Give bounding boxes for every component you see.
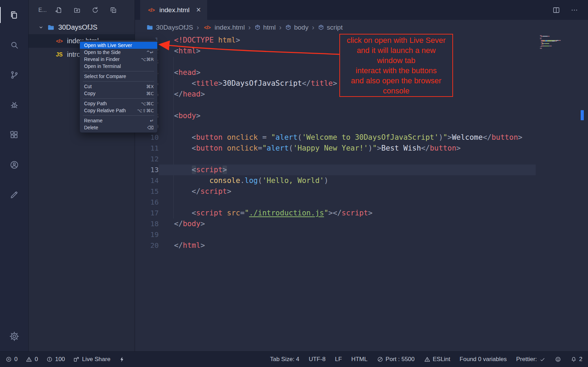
- circle-slash-icon: [377, 356, 383, 362]
- share-icon: [73, 356, 80, 362]
- breadcrumb-label: script: [327, 24, 342, 31]
- line-number[interactable]: 19: [135, 229, 159, 240]
- line-number[interactable]: 12: [135, 154, 159, 165]
- menu-item-open-to-the-side[interactable]: Open to the Side^↵: [80, 49, 157, 56]
- status-bolt[interactable]: [119, 356, 125, 362]
- code-token: 'Happy New Year!': [293, 144, 368, 152]
- status-eslint[interactable]: ESLint: [424, 356, 450, 363]
- status-encoding[interactable]: UTF-8: [309, 356, 325, 363]
- menu-item-shortcut: ⌘X: [146, 84, 154, 89]
- menu-item-copy-path[interactable]: Copy Path⌥⌘C: [80, 100, 157, 107]
- status-errors[interactable]: 0: [6, 356, 17, 363]
- code-token: [223, 133, 227, 142]
- minimap[interactable]: [540, 35, 579, 49]
- code-token: ": [262, 144, 267, 152]
- status-live-share[interactable]: Live Share: [73, 356, 110, 363]
- status-warnings[interactable]: 0: [26, 356, 38, 363]
- code-line[interactable]: 8<body>: [135, 110, 588, 121]
- menu-item-delete[interactable]: Delete⌫: [80, 124, 157, 131]
- code-text: </html>: [159, 240, 205, 251]
- editor-actions: [552, 0, 588, 20]
- status-prettier[interactable]: Prettier:: [516, 356, 545, 363]
- minimap-token: [545, 43, 549, 44]
- code-line[interactable]: 18</body>: [135, 219, 588, 229]
- code-line[interactable]: 17 <script src="./introduction.js"></scr…: [135, 208, 588, 219]
- code-line[interactable]: 12: [135, 154, 588, 165]
- breadcrumb-item-html[interactable]: html: [254, 24, 276, 31]
- line-number[interactable]: 10: [135, 132, 159, 143]
- status-variables[interactable]: Found 0 variables: [460, 356, 507, 363]
- new-folder-icon[interactable]: [73, 6, 81, 14]
- breadcrumb-item-script[interactable]: script: [318, 24, 342, 31]
- collapse-all-icon[interactable]: [110, 6, 117, 14]
- line-number[interactable]: 17: [135, 208, 159, 219]
- status-label: Found 0 variables: [460, 356, 507, 363]
- menu-item-open-with-live-server[interactable]: Open with Live Server: [80, 42, 157, 49]
- menu-item-reveal-in-finder[interactable]: Reveal in Finder⌥⌘R: [80, 56, 157, 63]
- explorer-title: E...: [38, 7, 47, 13]
- tab-bar: </> index.html ×: [135, 0, 588, 20]
- code-token: <: [174, 79, 196, 87]
- activity-settings-gear[interactable]: [0, 321, 29, 351]
- tab-index-html[interactable]: </> index.html ×: [140, 0, 207, 20]
- menu-item-shortcut: ⌥⌘C: [141, 101, 154, 106]
- refresh-icon[interactable]: [91, 6, 99, 14]
- code-line[interactable]: 9: [135, 121, 588, 132]
- code-token: >: [196, 68, 201, 77]
- menu-item-copy-relative-path[interactable]: Copy Relative Path⌥⇧⌘C: [80, 107, 157, 114]
- close-icon[interactable]: ×: [196, 6, 201, 14]
- code-text: <!DOCTYPE html>: [159, 35, 240, 46]
- code-text: <body>: [159, 110, 201, 121]
- source-control-icon: [9, 70, 19, 80]
- line-number[interactable]: 14: [135, 175, 159, 186]
- line-number[interactable]: 20: [135, 240, 159, 251]
- menu-item-copy[interactable]: Copy⌘C: [80, 90, 157, 97]
- breadcrumb-item-30daysofjs[interactable]: 30DaysOfJS: [146, 24, 193, 31]
- status-notifications[interactable]: 2: [571, 356, 582, 363]
- tree-root-30daysofjs[interactable]: 30DaysOfJS: [29, 21, 135, 34]
- line-number[interactable]: 13: [135, 165, 159, 175]
- menu-item-select-for-compare[interactable]: Select for Compare: [80, 73, 157, 80]
- menu-item-cut[interactable]: Cut⌘X: [80, 83, 157, 90]
- activity-extensions[interactable]: [0, 120, 29, 150]
- code-line[interactable]: 15 </script>: [135, 186, 588, 197]
- activity-search[interactable]: [0, 30, 29, 60]
- code-token: ./introduction.js: [249, 209, 324, 217]
- menu-item-rename[interactable]: Rename↵: [80, 117, 157, 124]
- code-token: ): [324, 176, 329, 185]
- explorer-header: E...: [29, 0, 135, 20]
- menu-item-shortcut: ⌘C: [146, 91, 154, 96]
- activity-pen[interactable]: [0, 180, 29, 210]
- breadcrumb-item-body[interactable]: body: [285, 24, 308, 31]
- status-info[interactable]: 100: [46, 356, 65, 363]
- status-feedback[interactable]: [555, 356, 561, 362]
- status-language[interactable]: HTML: [351, 356, 367, 363]
- code-line[interactable]: 20</html>: [135, 240, 588, 251]
- code-token: </: [174, 90, 183, 98]
- bell-icon: [571, 356, 577, 362]
- breadcrumb-item-index-html[interactable]: </>index.html: [202, 24, 245, 31]
- code-line[interactable]: 14 console.log('Hello, World'): [135, 175, 588, 186]
- split-editor-icon[interactable]: [552, 6, 560, 14]
- code-line[interactable]: 10 <button onclick = "alert('Welcome to …: [135, 132, 588, 143]
- activity-debug[interactable]: [0, 90, 29, 120]
- menu-item-open-in-terminal[interactable]: Open in Terminal: [80, 63, 157, 70]
- scrollbar-marker[interactable]: [581, 110, 584, 120]
- activity-files[interactable]: [0, 0, 29, 30]
- line-number[interactable]: 16: [135, 197, 159, 208]
- line-number[interactable]: 15: [135, 186, 159, 197]
- status-eol[interactable]: LF: [335, 356, 342, 363]
- code-line[interactable]: 13 <script>: [135, 165, 588, 175]
- code-line[interactable]: 16: [135, 197, 588, 208]
- status-port[interactable]: Port : 5500: [377, 356, 415, 363]
- new-file-icon[interactable]: [55, 6, 63, 14]
- activity-source-control[interactable]: [0, 60, 29, 90]
- line-number[interactable]: 11: [135, 143, 159, 154]
- status-tab-size[interactable]: Tab Size: 4: [270, 356, 299, 363]
- code-line[interactable]: 7: [135, 100, 588, 110]
- code-line[interactable]: 11 <button onclick="alert('Happy New Yea…: [135, 143, 588, 154]
- more-icon[interactable]: [571, 6, 578, 14]
- line-number[interactable]: 18: [135, 219, 159, 229]
- code-line[interactable]: 19: [135, 229, 588, 240]
- activity-account[interactable]: [0, 150, 29, 180]
